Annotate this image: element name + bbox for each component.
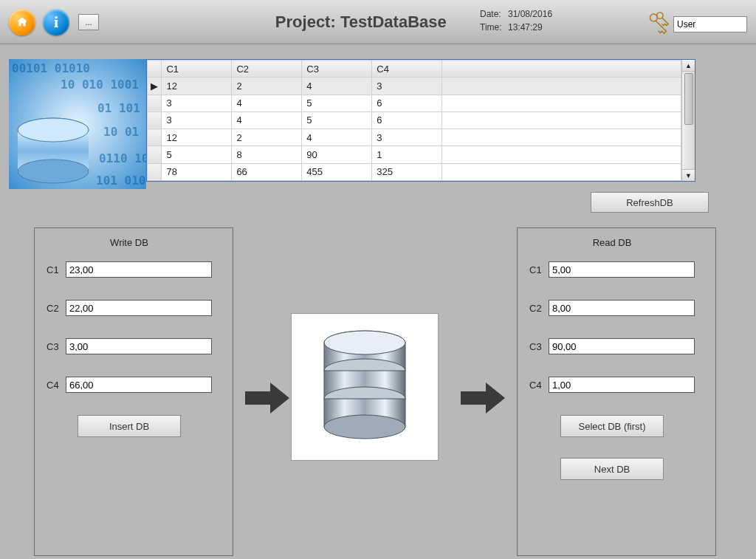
user-input[interactable] xyxy=(673,16,747,32)
grid-cell-empty xyxy=(442,163,681,180)
grid-cell-empty xyxy=(442,95,681,112)
grid-row-header[interactable] xyxy=(148,95,162,112)
read-c2-input[interactable] xyxy=(549,300,695,316)
grid-cell[interactable]: 325 xyxy=(372,163,442,180)
grid-cell-empty xyxy=(442,112,681,128)
read-panel-title: Read DB xyxy=(529,237,695,248)
grid-row-header[interactable]: ▶ xyxy=(148,78,162,95)
arrow-right-icon xyxy=(245,381,289,415)
grid-col-header[interactable]: C4 xyxy=(372,61,442,78)
grid-cell[interactable]: 2 xyxy=(232,78,302,95)
write-c2-input[interactable] xyxy=(66,300,212,316)
svg-point-11 xyxy=(18,160,89,183)
grid-cell-empty xyxy=(442,146,681,163)
svg-text:01 101 010: 01 101 010 xyxy=(97,101,146,115)
keys-icon xyxy=(645,10,670,38)
grid-col-header[interactable]: C3 xyxy=(302,61,372,78)
grid-row-header[interactable] xyxy=(148,163,162,180)
info-icon[interactable]: i xyxy=(43,9,69,35)
svg-point-12 xyxy=(18,118,89,142)
svg-point-0 xyxy=(650,14,657,21)
grid-cell[interactable]: 5 xyxy=(162,146,232,163)
grid-cell[interactable]: 1 xyxy=(372,146,442,163)
read-c1-label: C1 xyxy=(529,264,549,275)
write-c3-label: C3 xyxy=(47,341,66,352)
arrow-right-icon xyxy=(461,381,505,415)
next-db-button[interactable]: Next DB xyxy=(560,458,664,480)
grid-cell-empty xyxy=(442,129,681,146)
write-c2-label: C2 xyxy=(47,303,66,314)
write-c3-input[interactable] xyxy=(66,338,212,354)
grid-cell[interactable]: 3 xyxy=(372,129,442,146)
more-button[interactable]: ... xyxy=(78,14,99,30)
time-label: Time: xyxy=(480,21,508,34)
grid-row-header[interactable] xyxy=(148,129,162,146)
scroll-down-icon[interactable]: ▼ xyxy=(682,169,695,181)
svg-text:00101 01010: 00101 01010 xyxy=(12,61,90,75)
binary-db-image: 00101 01010 10 010 1001 01 101 010 10 01… xyxy=(9,59,146,189)
scroll-thumb[interactable] xyxy=(684,73,693,125)
svg-point-19 xyxy=(324,415,405,439)
grid-cell[interactable]: 2 xyxy=(232,129,302,146)
grid-row-header[interactable] xyxy=(148,112,162,128)
svg-text:10 01 101: 10 01 101 xyxy=(103,125,146,139)
read-c3-input[interactable] xyxy=(549,338,695,354)
main-area: 00101 01010 10 010 1001 01 101 010 10 01… xyxy=(0,44,756,559)
database-image xyxy=(291,313,439,461)
grid-cell[interactable]: 8 xyxy=(232,146,302,163)
grid-row-header[interactable] xyxy=(148,146,162,163)
read-c3-label: C3 xyxy=(529,341,549,352)
grid-col-header[interactable]: C2 xyxy=(232,61,302,78)
write-c4-input[interactable] xyxy=(66,377,212,393)
grid-cell[interactable]: 3 xyxy=(372,78,442,95)
select-db-first-button[interactable]: Select DB (first) xyxy=(560,415,664,437)
grid-cell[interactable]: 4 xyxy=(302,129,372,146)
svg-text:10 010 1001: 10 010 1001 xyxy=(61,78,139,92)
home-icon[interactable] xyxy=(9,9,35,35)
grid-cell[interactable]: 6 xyxy=(372,95,442,112)
grid-cell[interactable]: 3 xyxy=(162,95,232,112)
write-db-panel: Write DB C1 C2 C3 C4 Insert DB xyxy=(34,227,233,556)
grid-corner xyxy=(148,61,162,78)
grid-cell[interactable]: 90 xyxy=(302,146,372,163)
svg-text:0110 101: 0110 101 xyxy=(99,151,146,165)
write-c4-label: C4 xyxy=(47,380,66,391)
svg-text:101 0101: 101 0101 xyxy=(96,174,146,188)
read-c2-label: C2 xyxy=(529,303,549,314)
write-c1-label: C1 xyxy=(47,264,66,275)
read-c4-label: C4 xyxy=(529,380,549,391)
grid-cell[interactable]: 5 xyxy=(302,95,372,112)
insert-db-button[interactable]: Insert DB xyxy=(78,415,181,437)
date-value: 31/08/2016 xyxy=(508,9,552,19)
svg-point-20 xyxy=(324,331,405,354)
refresh-db-button[interactable]: RefreshDB xyxy=(591,192,709,213)
grid-cell[interactable]: 4 xyxy=(232,95,302,112)
grid-cell[interactable]: 455 xyxy=(302,163,372,180)
data-grid[interactable]: C1C2C3C4▶1224334563456122435890178664553… xyxy=(146,59,695,182)
grid-cell-empty xyxy=(442,78,681,95)
grid-cell[interactable]: 5 xyxy=(302,112,372,128)
read-db-panel: Read DB C1 C2 C3 C4 Select DB (first) Ne… xyxy=(517,227,716,556)
grid-col-empty xyxy=(442,61,681,78)
user-block xyxy=(645,10,747,38)
time-value: 13:47:29 xyxy=(508,22,543,32)
read-c4-input[interactable] xyxy=(549,377,695,393)
grid-cell[interactable]: 12 xyxy=(162,129,232,146)
datetime-block: Date:31/08/2016 Time:13:47:29 xyxy=(480,7,552,34)
read-c1-input[interactable] xyxy=(549,261,695,278)
grid-cell[interactable]: 66 xyxy=(232,163,302,180)
grid-cell[interactable]: 12 xyxy=(162,78,232,95)
grid-cell[interactable]: 6 xyxy=(372,112,442,128)
grid-col-header[interactable]: C1 xyxy=(162,61,232,78)
app-header: i ... Project: TestDataBase Date:31/08/2… xyxy=(0,0,756,44)
scroll-up-icon[interactable]: ▲ xyxy=(682,60,695,72)
project-title: Project: TestDataBase xyxy=(275,13,447,32)
date-label: Date: xyxy=(480,7,508,21)
write-c1-input[interactable] xyxy=(66,261,212,278)
write-panel-title: Write DB xyxy=(47,237,212,248)
grid-cell[interactable]: 4 xyxy=(302,78,372,95)
grid-scrollbar[interactable]: ▲ ▼ xyxy=(681,60,695,181)
grid-cell[interactable]: 4 xyxy=(232,112,302,128)
grid-cell[interactable]: 3 xyxy=(162,112,232,128)
grid-cell[interactable]: 78 xyxy=(162,163,232,180)
